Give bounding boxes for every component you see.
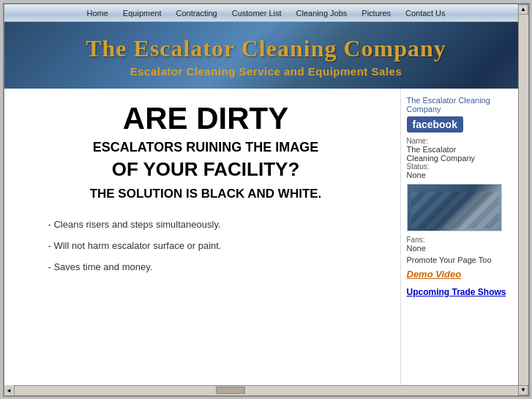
left-content: ARE DIRTY ESCALATORS RUINING THE IMAGE O…	[4, 89, 400, 385]
nav-pictures[interactable]: Pictures	[361, 9, 391, 18]
nav-cleaning-jobs[interactable]: Cleaning Jobs	[296, 9, 348, 18]
headline-facility: OF YOUR FACILITY?	[34, 158, 378, 181]
nav-equipment[interactable]: Equipment	[123, 9, 162, 18]
bullet-2: - Will not harm escalator surface or pai…	[48, 240, 378, 251]
headline-escalators: ESCALATORS RUINING THE IMAGE	[34, 140, 378, 156]
nav-bar: Home Equipment Contracting Customer List…	[4, 4, 528, 22]
h-scroll-thumb[interactable]	[216, 387, 245, 394]
fb-escalator-image	[407, 184, 502, 231]
scroll-left-button[interactable]: ◄	[4, 385, 15, 395]
promote-link[interactable]: Promote Your Page Too	[407, 256, 522, 264]
fb-name-label: Name:	[407, 137, 522, 145]
nav-home[interactable]: Home	[87, 9, 108, 18]
main-content: ARE DIRTY ESCALATORS RUINING THE IMAGE O…	[4, 89, 528, 385]
hero-subtitle: Escalator Cleaning Service and Equipment…	[19, 65, 514, 78]
vertical-scrollbar: ▲ ▼	[518, 89, 528, 385]
scroll-track	[519, 89, 528, 385]
right-sidebar: The Escalator Cleaning Company facebook …	[400, 89, 528, 385]
hero-banner: The Escalator Cleaning Company Escalator…	[4, 22, 528, 89]
facebook-button[interactable]: facebook	[407, 116, 463, 133]
trade-shows-link[interactable]: Upcoming Trade Shows	[407, 287, 522, 297]
fb-status-value: None	[407, 171, 522, 179]
h-scroll-track	[15, 386, 518, 395]
headline-solution: THE SOLUTION IS BLACK AND WHITE.	[34, 187, 378, 201]
browser-window: Home Equipment Contracting Customer List…	[3, 3, 530, 397]
nav-customer-list[interactable]: Customer List	[232, 9, 282, 18]
fb-fans-value: None	[407, 244, 522, 253]
bullet-list: - Cleans risers and steps simultaneously…	[48, 219, 378, 272]
nav-contracting[interactable]: Contracting	[176, 9, 217, 18]
fb-status-label: Status:	[407, 163, 522, 171]
bullet-3: - Saves time and money.	[48, 261, 378, 272]
hero-title: The Escalator Cleaning Company	[19, 35, 514, 62]
horizontal-scrollbar: ◄ ►	[4, 385, 528, 395]
fb-name-value: The EscalatorCleaning Company	[407, 145, 522, 163]
demo-video-link[interactable]: Demo Video	[407, 269, 522, 280]
nav-contact[interactable]: Contact Us	[405, 9, 445, 18]
fb-page-title: The Escalator Cleaning Company	[407, 96, 522, 113]
headline-dirty: ARE DIRTY	[34, 103, 378, 134]
fb-fans-label: Fans:	[407, 236, 522, 244]
bullet-1: - Cleans risers and steps simultaneously…	[48, 219, 378, 230]
